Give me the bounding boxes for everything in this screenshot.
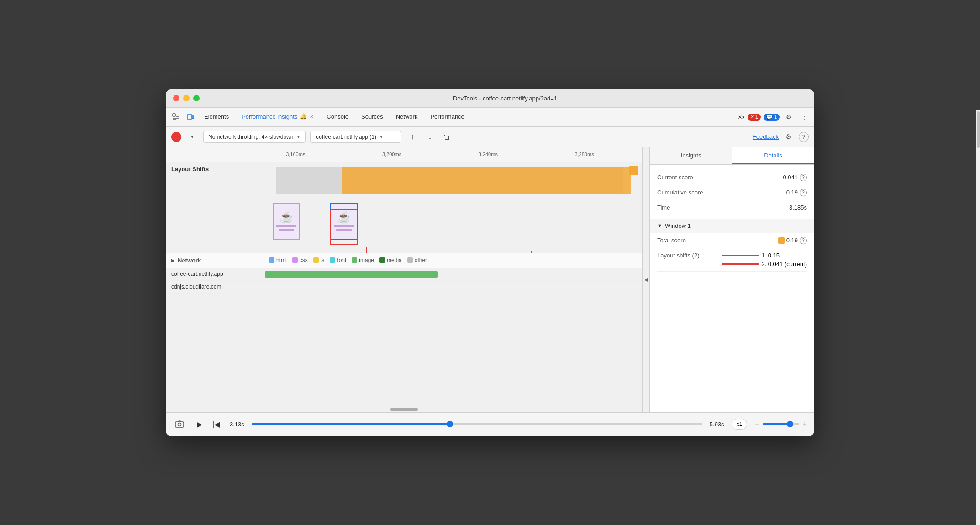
legend-css: css bbox=[292, 257, 308, 263]
network-bars-1 bbox=[257, 268, 642, 280]
maximize-button[interactable] bbox=[193, 95, 200, 101]
legend-html: html bbox=[269, 257, 287, 263]
total-score-indicator bbox=[778, 237, 785, 244]
window-section-arrow: ▼ bbox=[657, 223, 662, 228]
time-start: 3.13s bbox=[230, 421, 244, 428]
tab-close-icon[interactable]: ✕ bbox=[310, 114, 314, 120]
thumbnail-1[interactable]: ☕ bbox=[273, 203, 300, 240]
cumulative-score-info-icon[interactable]: ? bbox=[800, 189, 807, 196]
rewind-button[interactable]: |◀ bbox=[210, 418, 222, 430]
tab-network[interactable]: Network bbox=[390, 107, 423, 126]
current-score-info-icon[interactable]: ? bbox=[800, 174, 807, 181]
tick-4: 3,280ms bbox=[574, 152, 594, 157]
device-icon-button[interactable] bbox=[184, 110, 197, 123]
total-score-info-icon[interactable]: ? bbox=[800, 237, 807, 244]
message-badge: 💬 1 bbox=[764, 114, 780, 121]
shift-item-2: 2. 0.041 (current) bbox=[722, 261, 807, 268]
layout-shifts-detail-label: Layout shifts (2) bbox=[657, 252, 700, 259]
orange-shift-bar bbox=[342, 167, 630, 194]
network-host-1: coffee-cart.netlify.app bbox=[166, 268, 257, 280]
shift-item-1: 1. 0.15 bbox=[722, 252, 807, 259]
upload-icon-button[interactable]: ↑ bbox=[406, 131, 419, 143]
tab-elements[interactable]: Elements bbox=[199, 107, 234, 126]
legend-image: image bbox=[352, 257, 374, 263]
scrubber-thumb[interactable] bbox=[447, 421, 453, 427]
legend-image-dot bbox=[352, 257, 357, 263]
network-section: ▶ Network bbox=[171, 257, 258, 264]
scrubber-track[interactable] bbox=[252, 423, 702, 425]
scrollbar-thumb[interactable] bbox=[390, 408, 418, 411]
more-tabs-button[interactable]: >> bbox=[738, 114, 745, 121]
right-tabs: Insights Details bbox=[650, 147, 814, 165]
network-row-2: cdnjs.cloudflare.com bbox=[166, 281, 642, 294]
timeline-scrollbar[interactable] bbox=[166, 407, 642, 412]
help-icon-button[interactable]: ? bbox=[799, 132, 809, 142]
timeline-body: Layout Shifts bbox=[166, 162, 642, 407]
window-title: DevTools - coffee-cart.netlify.app/?ad=1 bbox=[203, 95, 807, 102]
speed-button[interactable]: x1 bbox=[732, 419, 748, 430]
zoom-out-icon[interactable]: − bbox=[754, 420, 759, 428]
close-button[interactable] bbox=[173, 95, 179, 101]
download-icon-button[interactable]: ↓ bbox=[423, 131, 436, 143]
settings-icon-button[interactable]: ⚙ bbox=[782, 131, 795, 143]
svg-point-4 bbox=[178, 423, 181, 426]
collapse-arrow-icon: ◀ bbox=[644, 277, 648, 282]
devtools-window: DevTools - coffee-cart.netlify.app/?ad=1… bbox=[166, 89, 814, 436]
tab-sources[interactable]: Sources bbox=[356, 107, 389, 126]
more-options-icon[interactable]: ⋮ bbox=[798, 110, 811, 123]
layout-shifts-label: Layout Shifts bbox=[166, 162, 257, 253]
inspect-icon-button[interactable] bbox=[169, 110, 182, 123]
throttling-dropdown[interactable]: No network throttling, 4× slowdown ▼ bbox=[203, 131, 306, 143]
minimize-button[interactable] bbox=[183, 95, 190, 101]
right-panel-content: Current score 0.041 ? Cumulative score 0… bbox=[650, 165, 814, 412]
current-score-row: Current score 0.041 ? bbox=[657, 170, 807, 185]
tick-3: 3,240ms bbox=[479, 152, 498, 157]
total-score-row: Total score 0.19 ? bbox=[657, 233, 807, 248]
legend-font-dot bbox=[330, 257, 335, 263]
layout-shifts-detail-row: Layout shifts (2) 1. 0.15 2. 0.041 (curr… bbox=[657, 248, 807, 272]
delete-icon-button[interactable]: 🗑 bbox=[441, 131, 453, 143]
tab-console[interactable]: Console bbox=[321, 107, 354, 126]
record-button[interactable] bbox=[171, 132, 181, 142]
tab-insights[interactable]: Insights bbox=[650, 147, 732, 164]
svg-rect-1 bbox=[188, 114, 191, 120]
cumulative-score-row: Cumulative score 0.19 ? bbox=[657, 185, 807, 200]
window-label: Window 1 bbox=[665, 222, 691, 229]
url-dropdown[interactable]: coffee-cart.netlify.app (1) ▼ bbox=[310, 131, 401, 143]
tab-performance[interactable]: Performance bbox=[425, 107, 469, 126]
network-bars-2 bbox=[257, 281, 642, 293]
layout-shifts-content: ☕ ☕ bbox=[257, 162, 642, 253]
legend-css-dot bbox=[292, 257, 298, 263]
current-score-value: 0.041 ? bbox=[783, 174, 807, 181]
shift-1-bar bbox=[722, 255, 759, 256]
legend-font: font bbox=[330, 257, 346, 263]
play-button[interactable]: ▶ bbox=[193, 418, 206, 430]
thumbnail-1-icon: ☕ bbox=[279, 211, 293, 224]
network-row-1: coffee-cart.netlify.app bbox=[166, 268, 642, 281]
main-content: 3,160ms 3,200ms 3,240ms 3,280ms Layout S… bbox=[166, 147, 814, 412]
network-legend: ▶ Network html css bbox=[166, 253, 642, 268]
net-bar-green-1 bbox=[265, 271, 438, 278]
zoom-track[interactable] bbox=[763, 423, 799, 425]
network-host-2: cdnjs.cloudflare.com bbox=[166, 281, 257, 293]
record-dropdown-arrow[interactable]: ▼ bbox=[186, 131, 199, 143]
legend-other-dot bbox=[407, 257, 413, 263]
left-panel: 3,160ms 3,200ms 3,240ms 3,280ms Layout S… bbox=[166, 147, 643, 412]
url-dropdown-arrow: ▼ bbox=[379, 134, 384, 139]
camera-icon-button[interactable] bbox=[173, 418, 186, 430]
zoom-thumb[interactable] bbox=[787, 421, 793, 427]
network-collapse-icon[interactable]: ▶ bbox=[171, 258, 175, 263]
current-score-label: Current score bbox=[657, 174, 693, 181]
feedback-link[interactable]: Feedback bbox=[753, 133, 779, 140]
settings-tab-icon[interactable]: ⚙ bbox=[782, 110, 795, 123]
timeline-ticks: 3,160ms 3,200ms 3,240ms 3,280ms bbox=[257, 147, 642, 162]
cumulative-score-label: Cumulative score bbox=[657, 189, 703, 196]
panel-collapse-button[interactable]: ◀ bbox=[643, 147, 650, 412]
timeline-label-spacer bbox=[166, 147, 257, 162]
legend-media: media bbox=[379, 257, 402, 263]
zoom-in-icon[interactable]: + bbox=[803, 420, 807, 428]
tab-details[interactable]: Details bbox=[732, 147, 814, 164]
time-label: Time bbox=[657, 204, 670, 211]
tab-performance-insights[interactable]: Performance insights 🔔 ✕ bbox=[236, 107, 319, 126]
tick-2: 3,200ms bbox=[382, 152, 401, 157]
